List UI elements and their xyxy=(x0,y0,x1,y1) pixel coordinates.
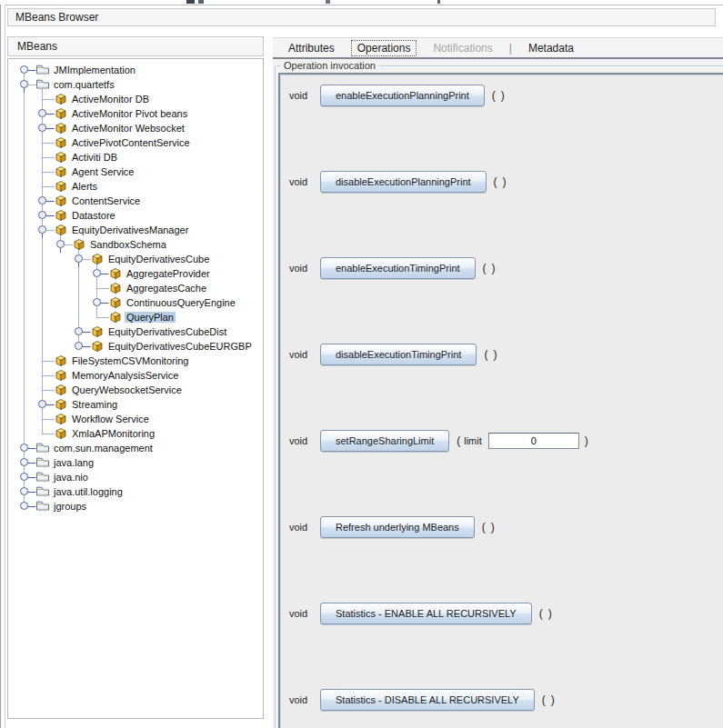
tree-node-memoryanalysisservice[interactable]: MemoryAnalysisService xyxy=(8,368,263,383)
tree-expand-handle-icon[interactable] xyxy=(75,342,83,350)
clipped-toolbar-strip xyxy=(0,0,723,5)
tree-expand-handle-icon[interactable] xyxy=(20,473,28,481)
tree-node-jmimplementation[interactable]: JMImplementation xyxy=(8,63,263,77)
tree-node-com-sun-management[interactable]: com.sun.management xyxy=(8,441,263,455)
mbean-icon xyxy=(54,369,67,382)
tree-node-label: EquityDerivativesCubeEURGBP xyxy=(106,341,254,352)
operation-button-disableexecutionplanningprint[interactable]: disableExecutionPlanningPrint xyxy=(320,171,487,193)
tree-node-activemonitor-db[interactable]: ActiveMonitor DB xyxy=(8,92,263,106)
tree-expand-handle-icon[interactable] xyxy=(20,487,28,495)
tree-node-continuousqueryengine[interactable]: ContinuousQueryEngine xyxy=(8,295,263,310)
tree-node-label: ActivePivotContentService xyxy=(70,137,192,148)
paren-open: ( xyxy=(482,521,486,534)
tree-node-label: JMImplementation xyxy=(52,65,137,75)
mbean-icon xyxy=(90,253,104,265)
paren-close: ) xyxy=(585,434,588,447)
tree-node-equityderivativesmanager[interactable]: EquityDerivativesManager xyxy=(8,223,263,237)
tree-connector-line xyxy=(42,186,55,187)
operation-invocation-label: Operation invocation xyxy=(280,60,379,71)
operation-button-enableexecutionplanningprint[interactable]: enableExecutionPlanningPrint xyxy=(320,85,485,106)
operation-button-setrangesharinglimit[interactable]: setRangeSharingLimit xyxy=(320,430,449,452)
operation-button-disableexecutiontimingprint[interactable]: disableExecutionTimingPrint xyxy=(320,344,477,365)
tree-expand-handle-icon[interactable] xyxy=(93,269,101,277)
tree-node-label: FileSystemCSVMonitoring xyxy=(70,355,190,366)
tree-node-contentservice[interactable]: ContentService xyxy=(8,194,263,208)
tree-node-aggregatescache[interactable]: AggregatesCache xyxy=(8,281,263,295)
tree-node-alerts[interactable]: Alerts xyxy=(8,179,263,194)
tree-expand-handle-icon[interactable] xyxy=(38,400,46,408)
tree-node-queryplan[interactable]: QueryPlan xyxy=(8,310,263,324)
tab-metadata[interactable]: Metadata xyxy=(522,40,580,56)
tree-node-activemonitor-websocket[interactable]: ActiveMonitor Websocket xyxy=(8,121,263,135)
folder-icon xyxy=(35,442,50,454)
tree-expand-handle-icon[interactable] xyxy=(20,65,28,74)
tree-node-jgroups[interactable]: jgroups xyxy=(8,499,263,514)
tree-node-sandboxschema[interactable]: SandboxSchema xyxy=(8,237,263,252)
tree-expand-handle-icon[interactable] xyxy=(75,327,83,335)
mbean-icon xyxy=(54,354,67,367)
operation-row: voidRefresh underlying MBeans() xyxy=(289,515,723,539)
tree-node-label: ActiveMonitor Websocket xyxy=(70,123,186,134)
tree-expand-handle-icon[interactable] xyxy=(20,458,28,466)
tab-operations[interactable]: Operations xyxy=(351,40,417,56)
parameter-input-limit[interactable] xyxy=(488,433,579,449)
tree-expand-handle-icon[interactable] xyxy=(38,109,46,117)
tree-node-activemonitor-pivot-beans[interactable]: ActiveMonitor Pivot beans xyxy=(8,106,263,121)
tree-node-java-nio[interactable]: java.nio xyxy=(8,470,263,484)
tree-node-agent-service[interactable]: Agent Service xyxy=(8,165,263,179)
tree-node-label: com.sun.management xyxy=(52,443,155,454)
paren-open: ( xyxy=(484,348,487,361)
tree-node-equityderivativescubedist[interactable]: EquityDerivativesCubeDist xyxy=(8,324,263,339)
operation-return-type: void xyxy=(289,176,313,187)
operation-return-type: void xyxy=(289,90,313,101)
tree-collapse-handle-icon[interactable] xyxy=(38,225,46,234)
tree-node-label: AggregateProvider xyxy=(125,268,212,279)
paren-close: ) xyxy=(548,607,552,620)
tree-node-java-lang[interactable]: java.lang xyxy=(8,455,263,470)
tree-node-datastore[interactable]: Datastore xyxy=(8,208,263,223)
tab-attributes[interactable]: Attributes xyxy=(282,40,341,56)
tree-connector-line xyxy=(42,434,55,434)
tree-expand-handle-icon[interactable] xyxy=(38,124,46,132)
mbean-icon xyxy=(90,325,104,338)
tree-node-workflow-service[interactable]: Workflow Service xyxy=(8,412,263,426)
tree-expand-handle-icon[interactable] xyxy=(20,444,28,452)
tree-node-xmlaapmonitoring[interactable]: XmlaAPMonitoring xyxy=(8,426,263,441)
operation-row: voiddisableExecutionPlanningPrint() xyxy=(289,170,723,194)
operation-button-enableexecutiontimingprint[interactable]: enableExecutionTimingPrint xyxy=(320,257,476,279)
operation-row: voidenableExecutionTimingPrint() xyxy=(289,256,723,280)
tree-connector-line xyxy=(96,288,109,289)
tree-node-label: EquityDerivativesCube xyxy=(106,254,211,264)
tree-node-activiti-db[interactable]: Activiti DB xyxy=(8,150,263,165)
tree-node-java-util-logging[interactable]: java.util.logging xyxy=(8,484,263,499)
tree-node-label: java.util.logging xyxy=(52,486,125,497)
tree-node-label: Streaming xyxy=(70,399,119,410)
clipped-toolbar-fragment xyxy=(326,0,330,4)
tree-node-com-quartetfs[interactable]: com.quartetfs xyxy=(8,77,263,92)
tree-expand-handle-icon[interactable] xyxy=(93,298,101,306)
tree-node-equityderivativescube[interactable]: EquityDerivativesCube xyxy=(8,252,263,266)
mbean-icon xyxy=(54,136,67,149)
tree-expand-handle-icon[interactable] xyxy=(38,211,46,219)
operation-return-type: void xyxy=(289,435,313,446)
tree-node-label: XmlaAPMonitoring xyxy=(70,428,156,439)
tree-node-label: Workflow Service xyxy=(70,414,151,424)
tree-collapse-handle-icon[interactable] xyxy=(20,80,28,88)
tree-node-activepivotcontentservice[interactable]: ActivePivotContentService xyxy=(8,135,263,150)
tree-expand-handle-icon[interactable] xyxy=(20,502,28,510)
tree-handle-stem xyxy=(45,128,54,129)
tree-connector-line xyxy=(42,157,55,158)
operation-button-refresh-underlying-mbeans[interactable]: Refresh underlying MBeans xyxy=(320,516,475,538)
operation-button-statistics-enable-all-recursively[interactable]: Statistics - ENABLE ALL RECURSIVELY xyxy=(320,603,532,624)
tree-expand-handle-icon[interactable] xyxy=(38,196,46,204)
tree-collapse-handle-icon[interactable] xyxy=(75,254,83,263)
tree-collapse-handle-icon[interactable] xyxy=(56,240,65,248)
operation-button-statistics-disable-all-recursively[interactable]: Statistics - DISABLE ALL RECURSIVELY xyxy=(320,689,535,711)
tree-node-equityderivativescubeeurgbp[interactable]: EquityDerivativesCubeEURGBP xyxy=(8,339,263,354)
tree-node-aggregateprovider[interactable]: AggregateProvider xyxy=(8,266,263,281)
tree-node-streaming[interactable]: Streaming xyxy=(8,397,263,412)
tree-node-label: ActiveMonitor DB xyxy=(70,94,151,105)
tree-handle-stem xyxy=(82,346,90,347)
tree-node-querywebsocketservice[interactable]: QueryWebsocketService xyxy=(8,383,263,397)
tree-node-filesystemcsvmonitoring[interactable]: FileSystemCSVMonitoring xyxy=(8,354,263,368)
